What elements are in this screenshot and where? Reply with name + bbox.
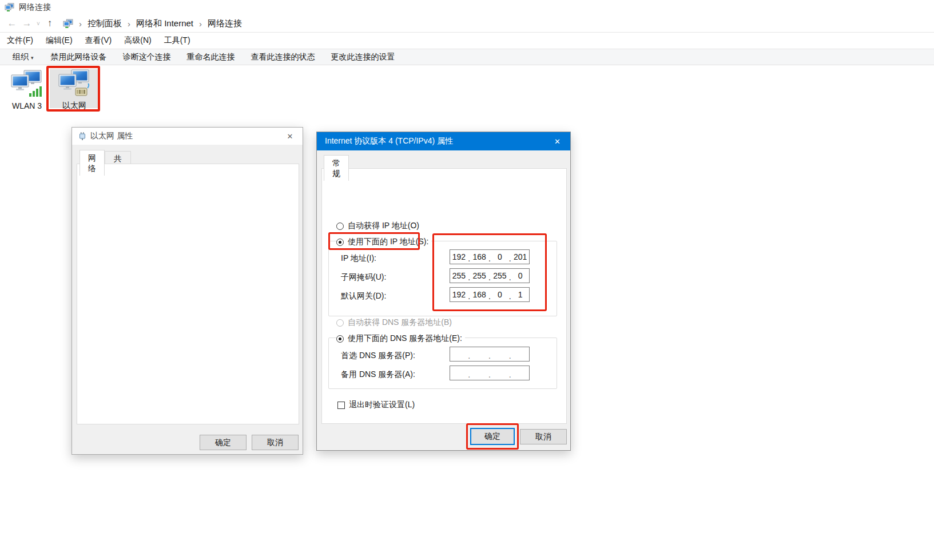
- ipv4-properties-dialog: Internet 协议版本 4 (TCP/IPv4) 属性 ✕ 常规 如果网络支…: [316, 132, 571, 451]
- network-tab-page: [77, 164, 299, 424]
- connection-label: WLAN 3: [2, 101, 51, 110]
- breadcrumb-separator-icon: ›: [79, 19, 82, 29]
- breadcrumb-separator-icon: ›: [128, 19, 130, 29]
- dialog-title: Internet 协议版本 4 (TCP/IPv4) 属性: [325, 136, 453, 146]
- disable-device-button[interactable]: 禁用此网络设备: [51, 52, 107, 62]
- breadcrumb-network-internet[interactable]: 网络和 Internet: [136, 18, 193, 29]
- menu-bar: 文件(F) 编辑(E) 查看(V) 高级(N) 工具(T): [0, 33, 934, 49]
- breadcrumb-control-panel[interactable]: 控制面板: [88, 18, 122, 29]
- ip-address-label: IP 地址(I):: [341, 253, 376, 264]
- cancel-button[interactable]: 取消: [520, 429, 567, 444]
- subnet-mask-field[interactable]: 255. 255. 255. 0: [450, 268, 530, 283]
- dns-alternate-field[interactable]: . . .: [450, 366, 530, 380]
- subnet-mask-label: 子网掩码(U):: [341, 272, 386, 283]
- menu-advanced[interactable]: 高级(N): [124, 35, 151, 46]
- dialog-titlebar: Internet 协议版本 4 (TCP/IPv4) 属性: [317, 132, 570, 150]
- radio-disabled-icon: [336, 319, 344, 327]
- rename-connection-button[interactable]: 重命名此连接: [187, 52, 235, 62]
- forward-icon[interactable]: →: [19, 18, 34, 29]
- app-icon: [5, 3, 14, 12]
- command-bar: 组织▾ 禁用此网络设备 诊断这个连接 重命名此连接 查看此连接的状态 更改此连接…: [0, 49, 934, 65]
- gateway-label: 默认网关(D):: [341, 291, 386, 301]
- breadcrumb: › 控制面板 › 网络和 Internet › 网络连接: [79, 18, 242, 29]
- ethernet-icon: [50, 69, 99, 99]
- menu-file[interactable]: 文件(F): [7, 35, 33, 46]
- tab-network[interactable]: 网络: [80, 150, 105, 176]
- window-title: 网络连接: [19, 2, 51, 13]
- ethernet-properties-dialog: 以太网 属性 ✕ 网络 共享 连接时使用: Realtek PCIe GbE F…: [71, 127, 303, 455]
- radio-manual-dns[interactable]: 使用下面的 DNS 服务器地址(E):: [336, 333, 465, 344]
- close-icon[interactable]: ✕: [544, 132, 570, 150]
- dialog-title: 以太网 属性: [90, 131, 133, 141]
- radio-auto-ip[interactable]: 自动获得 IP 地址(O): [336, 221, 422, 231]
- diagnose-connection-button[interactable]: 诊断这个连接: [123, 52, 171, 62]
- address-bar-icon: [63, 19, 73, 29]
- up-icon[interactable]: ↑: [42, 18, 57, 29]
- radio-selected-icon: [336, 335, 344, 343]
- radio-selected-icon: [336, 239, 344, 246]
- view-status-button[interactable]: 查看此连接的状态: [251, 52, 315, 62]
- back-icon[interactable]: ←: [5, 18, 19, 29]
- change-settings-button[interactable]: 更改此连接的设置: [331, 52, 395, 62]
- history-dropdown-icon[interactable]: ˅: [34, 21, 42, 27]
- menu-view[interactable]: 查看(V): [85, 35, 112, 46]
- dns-groupbox: [328, 337, 557, 389]
- window-titlebar: 网络连接: [0, 0, 934, 15]
- connection-wlan3[interactable]: WLAN 3: [2, 70, 51, 110]
- radio-manual-ip[interactable]: 使用下面的 IP 地址(S):: [336, 237, 431, 247]
- radio-auto-dns: 自动获得 DNS 服务器地址(B): [336, 317, 455, 328]
- chevron-down-icon: ▾: [31, 55, 34, 61]
- ok-button[interactable]: 确定: [470, 428, 515, 445]
- breadcrumb-network-connections[interactable]: 网络连接: [208, 18, 242, 29]
- dns-primary-label: 首选 DNS 服务器(P):: [341, 351, 415, 361]
- network-connections-window: 网络连接 ← → ˅ ↑ › 控制面板 › 网络和 Internet › 网络连…: [0, 0, 934, 560]
- close-icon[interactable]: ✕: [277, 128, 303, 145]
- gateway-field[interactable]: 192. 168. 0. 1: [450, 287, 530, 302]
- radio-icon: [336, 223, 344, 230]
- wlan-icon: [2, 70, 51, 100]
- menu-edit[interactable]: 编辑(E): [46, 35, 73, 46]
- ethernet-plug-icon: [79, 132, 86, 141]
- connection-ethernet[interactable]: 以太网: [50, 69, 99, 108]
- dns-primary-field[interactable]: . . .: [450, 347, 530, 362]
- dialog-titlebar: 以太网 属性: [72, 128, 303, 145]
- ip-address-field[interactable]: 192. 168. 0. 201: [450, 249, 530, 264]
- menu-tools[interactable]: 工具(T): [164, 35, 190, 46]
- breadcrumb-separator-icon: ›: [199, 19, 202, 29]
- cancel-button[interactable]: 取消: [252, 435, 299, 450]
- navigation-bar: ← → ˅ ↑ › 控制面板 › 网络和 Internet › 网络连接: [0, 15, 934, 33]
- checkbox-icon: [337, 402, 345, 409]
- ok-button[interactable]: 确定: [200, 435, 247, 450]
- dns-alternate-label: 备用 DNS 服务器(A):: [341, 370, 415, 380]
- validate-settings-checkbox[interactable]: 退出时验证设置(L): [337, 400, 418, 410]
- connection-label: 以太网: [50, 101, 99, 111]
- organize-button[interactable]: 组织▾: [13, 52, 34, 62]
- tab-general[interactable]: 常规: [324, 155, 349, 181]
